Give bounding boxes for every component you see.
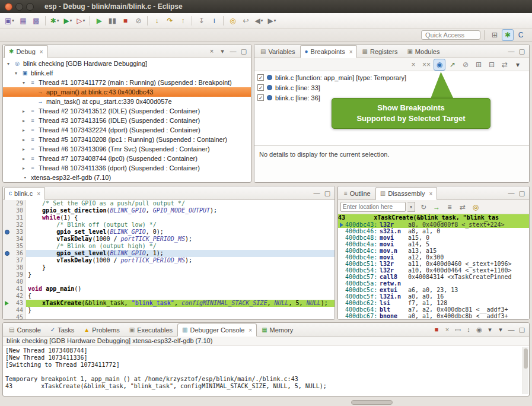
location-dropdown-icon[interactable]: ▾	[407, 202, 415, 212]
expand-toggle-icon[interactable]: ▾	[13, 71, 19, 76]
minimize-window-button[interactable]	[15, 3, 23, 11]
tab-memory[interactable]: ▦Memory	[257, 323, 298, 336]
debug-icon[interactable]: ✱▾	[49, 15, 61, 27]
tab-blink-c[interactable]: cblink.c×	[4, 187, 45, 200]
skip-all-breakpoints-icon[interactable]: ⊘	[460, 59, 472, 71]
go-to-file-icon[interactable]: ↗	[447, 59, 458, 71]
suspend-icon[interactable]: ▮▮	[106, 15, 118, 27]
save-all-icon[interactable]: ▩	[30, 15, 42, 27]
drop-to-frame-icon[interactable]: ↧	[195, 15, 207, 27]
editor-line[interactable]: 30 gpio_set_direction(BLINK_GPIO, GPIO_M…	[3, 207, 335, 214]
run-icon[interactable]: ▶▾	[62, 15, 74, 27]
pin-console-icon[interactable]: ◉	[474, 324, 485, 335]
close-window-button[interactable]	[5, 3, 12, 11]
expand-toggle-icon[interactable]: ▸	[21, 128, 27, 133]
tab-modules[interactable]: ▣Modules	[402, 45, 444, 58]
disassembly-line[interactable]: 400dbc4e:movia12, 0x300	[338, 254, 529, 261]
editor-line[interactable]: 35 /* Blink on (output high) */	[3, 243, 335, 250]
remove-launch-icon[interactable]: ×	[442, 324, 453, 335]
goto-pc-icon[interactable]: →	[431, 201, 442, 213]
console-scrollbar[interactable]	[523, 347, 528, 394]
tree-node-thread-3-1073413156-idle-suspended-conta[interactable]: ▸≡Thread #3 1073413156 (IDLE) (Suspended…	[3, 116, 251, 125]
close-icon[interactable]: ×	[429, 191, 433, 197]
current-line-arrow[interactable]	[3, 300, 11, 307]
show-breakpoints-supported-icon[interactable]: ◉	[434, 59, 445, 71]
tree-node-thread-7-1073408744-ipc0-suspended-conta[interactable]: ▸≡Thread #7 1073408744 (ipc0) (Suspended…	[3, 154, 251, 163]
disassembly-line[interactable]: 400dbc5c:extuia6, a0, 23, 13	[338, 287, 529, 293]
breakpoint-marker[interactable]	[3, 229, 11, 236]
editor-line[interactable]: 43 xTaskCreate(&blink_task, "blink_task"…	[3, 300, 335, 307]
step-into-icon[interactable]: ↓	[151, 15, 163, 27]
maximize-icon[interactable]: ▢	[517, 324, 527, 335]
remove-breakpoint-icon[interactable]: ×	[407, 59, 419, 71]
tab-breakpoints[interactable]: ●Breakpoints×	[300, 45, 358, 58]
console-output[interactable]: [New Thread 1073408744] [New Thread 1073…	[3, 346, 529, 396]
breakpoint-item[interactable]: ✓blink.c [line: 33]	[254, 83, 529, 93]
refresh-icon[interactable]: ↻	[418, 201, 429, 213]
show-source-icon[interactable]: ≡	[444, 201, 455, 213]
breakpoint-checkbox[interactable]: ✓	[257, 84, 264, 91]
minimize-icon[interactable]: —	[228, 46, 238, 56]
disassembly-line[interactable]: 400dbc57:call80x40084314 <xTaskCreatePin…	[338, 274, 529, 280]
minimize-icon[interactable]: —	[506, 46, 517, 56]
disassembly-line[interactable]: 400dbc67:bnonea0, a1, 0x400dbc8b <__addf…	[338, 313, 529, 319]
editor-line[interactable]: 37 vTaskDelay(1000 / portTICK_PERIOD_MS)…	[3, 257, 335, 264]
link-with-debug-icon[interactable]: ⇄	[499, 59, 511, 71]
last-edit-location-icon[interactable]: ↩	[240, 15, 251, 27]
tab-problems[interactable]: ▲Problems	[79, 323, 124, 336]
close-icon[interactable]: ×	[249, 327, 252, 334]
close-icon[interactable]: ×	[349, 49, 353, 55]
editor-line[interactable]: 44}	[3, 307, 335, 314]
tree-node-xtensa-esp32-elf-gdb-7-10[interactable]: ▪xtensa-esp32-elf-gdb (7.10)	[3, 173, 251, 182]
sync-icon[interactable]: ◎	[470, 201, 482, 213]
tab-executables[interactable]: ▣Executables	[125, 323, 177, 336]
editor-line[interactable]: 29 /* Set the GPIO as a push/pull output…	[3, 200, 335, 207]
maximize-icon[interactable]: ▢	[517, 188, 527, 198]
disassembly-line[interactable]: 400dbc51:l32ra11, 0x400d0460 <_stext+109…	[338, 261, 529, 267]
tab-debug[interactable]: ✱Debug×	[4, 45, 48, 58]
editor-line[interactable]: 32 /* Blink off (output low) */	[3, 221, 335, 229]
minimize-icon[interactable]: —	[506, 188, 517, 198]
editor-line[interactable]: 41void app_main()	[3, 286, 335, 293]
breakpoint-checkbox[interactable]: ✓	[257, 94, 264, 101]
editor-line[interactable]: 36 gpio_set_level(BLINK_GPIO, 1);	[3, 250, 335, 257]
location-input[interactable]	[340, 202, 406, 212]
quick-access-button[interactable]: Quick Access	[421, 30, 480, 40]
disassembly-line[interactable]: 400dbc4c:mov.na13, a15	[338, 248, 529, 254]
display-console-icon[interactable]: ▾	[485, 324, 495, 335]
open-perspective-icon[interactable]: ⊞	[489, 29, 501, 41]
tab-outline[interactable]: ≡Outline	[339, 186, 375, 199]
close-icon[interactable]: ×	[40, 49, 43, 55]
track-expression-icon[interactable]: ⇄	[457, 201, 469, 213]
editor-line[interactable]: 40	[3, 278, 335, 286]
expand-toggle-icon[interactable]: ▾	[5, 61, 11, 66]
editor-line[interactable]: 31 while(1) {	[3, 214, 335, 221]
debug-tree[interactable]: ▾◎blink checking [GDB Hardware Debugging…	[3, 58, 251, 182]
expand-toggle-icon[interactable]: ▸	[21, 147, 27, 152]
debug-perspective-button[interactable]: ✱	[502, 29, 514, 41]
disassembly-line[interactable]: 400dbc54:l32ra10, 0x400d0464 <_stext+110…	[338, 267, 529, 274]
editor-line[interactable]: 39}	[3, 271, 335, 278]
disassembly-line[interactable]: 400dbc64:blta7, a2, 0x400dbc81 <__addf3+	[338, 306, 529, 313]
collapse-all-icon[interactable]: ⊟	[486, 59, 498, 71]
tree-node-thread-8-1073411336-dport-suspended-cont[interactable]: ▸≡Thread #8 1073411336 (dport) (Suspende…	[3, 163, 251, 173]
tree-node-thread-1-1073411772-main-running-suspend[interactable]: ▾≡Thread #1 1073411772 (main : Running) …	[3, 78, 251, 87]
expand-toggle-icon[interactable]: ▾	[21, 80, 27, 85]
save-icon[interactable]: ▦	[17, 15, 29, 27]
maximize-icon[interactable]: ▢	[322, 188, 333, 198]
instruction-stepping-icon[interactable]: i	[208, 15, 220, 27]
disassembly-line[interactable]: 400dbc62:lsif7, a1, 128	[338, 300, 529, 306]
breakpoint-item[interactable]: ✓blink.c [function: app_main] [type: Tem…	[254, 72, 529, 83]
minimize-icon[interactable]: —	[311, 188, 322, 198]
external-tools-icon[interactable]: ▷▾	[75, 15, 87, 27]
scroll-lock-icon[interactable]: ↕	[463, 324, 474, 335]
search-icon[interactable]: ◎	[227, 15, 238, 27]
terminate-icon[interactable]: ■	[119, 15, 131, 27]
expand-toggle-icon[interactable]: ▸	[21, 166, 27, 171]
breakpoint-checkbox[interactable]: ✓	[257, 74, 264, 81]
tree-node-app-main-at-blink-c-43-0x400dbc43[interactable]: →app_main() at blink.c:43 0x400dbc43	[3, 87, 251, 97]
tree-node-thread-6-1073413096-tmr-svc-suspended-co[interactable]: ▸≡Thread #6 1073413096 (Tmr Svc) (Suspen…	[3, 144, 251, 154]
clear-console-icon[interactable]: ▭	[453, 324, 463, 335]
breakpoint-marker[interactable]	[3, 250, 11, 257]
expand-toggle-icon[interactable]: ▸	[21, 109, 27, 114]
